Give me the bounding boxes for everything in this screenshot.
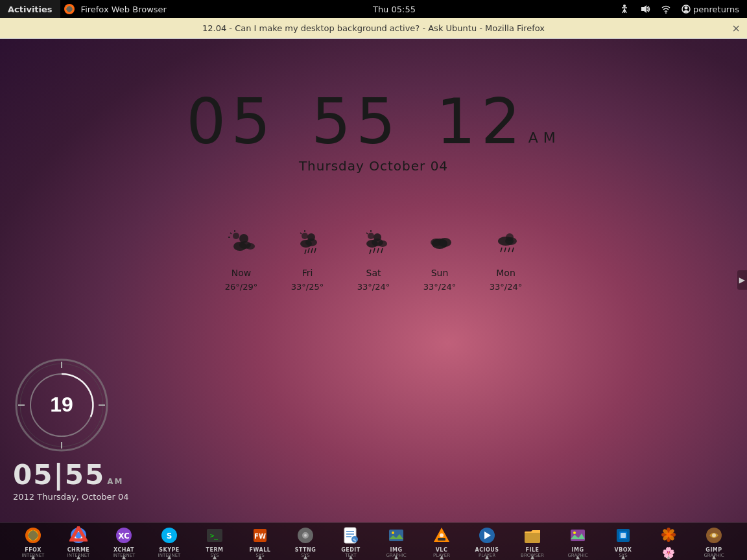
svg-rect-76 — [389, 530, 403, 541]
dock-img-arrow: ▲ — [394, 554, 398, 560]
svg-line-29 — [370, 250, 371, 254]
dock-fwall-arrow: ▲ — [258, 554, 262, 560]
svg-point-41 — [506, 233, 514, 241]
svg-rect-86 — [621, 533, 626, 538]
svg-rect-82 — [571, 530, 585, 541]
accessibility-icon[interactable] — [617, 1, 632, 17]
dock-flower[interactable]: 🌸 ▲ — [646, 524, 691, 560]
dock-ffox[interactable]: FFOX INTERNET ▲ — [10, 524, 56, 560]
user-menu[interactable]: penreturns — [679, 5, 742, 14]
dock-vbox[interactable]: VBOX SYS ▲ — [600, 524, 646, 560]
top-panel: Activities Firefox Web Browser Thu 05:55 — [0, 0, 747, 18]
dock-ffox-label: FFOX — [25, 547, 42, 554]
dock-gimp[interactable]: GIMP GRAPHIC ▲ — [691, 524, 737, 560]
weather-temp-mon: 33°/24° — [490, 282, 522, 292]
skype-icon: S — [159, 525, 180, 546]
svg-text:>_: >_ — [210, 532, 219, 540]
svg-point-17 — [305, 239, 317, 246]
svg-point-38 — [431, 239, 441, 246]
weather-temp-now: 26°/29° — [225, 282, 257, 292]
gimp-icon — [704, 525, 724, 546]
dock-files-arrow: ▲ — [530, 554, 534, 560]
dock-term[interactable]: >_ TERM SYS ▲ — [192, 524, 237, 560]
svg-point-11 — [233, 233, 239, 239]
clock-time-display: 05 55 12 AM — [186, 91, 561, 153]
panel-clock[interactable]: Thu 05:55 — [172, 0, 617, 18]
ffox-icon — [23, 525, 43, 546]
gedit-icon: ✎ — [340, 525, 361, 546]
conky-digital-display: 05|55 AM 2012 Thursday, October 04 — [13, 459, 129, 502]
volume-icon[interactable] — [637, 1, 653, 17]
dock-vlc-label: VLC — [436, 547, 448, 554]
dock-gedit[interactable]: ✎ GEDIT TEXT ▲ — [328, 524, 374, 560]
weather-icon-now — [226, 227, 257, 264]
dock-img[interactable]: IMG GRAPHIC ▲ — [374, 524, 419, 560]
weather-temp-sat: 33°/24° — [357, 282, 390, 292]
term-icon: >_ — [204, 525, 225, 546]
bottom-dock: FFOX INTERNET ▲ CHRME INTERNET ▲ XC XCHA… — [0, 522, 747, 560]
svg-text:FW: FW — [254, 533, 266, 540]
dock-sttng[interactable]: STTNG SYS ▲ — [283, 524, 328, 560]
dock-acious[interactable]: ACIOUS PLAYER ▲ — [464, 524, 510, 560]
svg-point-83 — [573, 531, 576, 534]
dock-skype-arrow: ▲ — [167, 554, 171, 560]
weather-day-sat: Sat — [366, 268, 381, 278]
dock-xchat[interactable]: XC XCHAT INTERNET ▲ — [101, 524, 147, 560]
clock-minutes: 55 — [311, 91, 401, 153]
svg-line-42 — [501, 248, 502, 252]
dock-img2[interactable]: IMG GRAPHIC ▲ — [555, 524, 600, 560]
username-label: penreturns — [693, 5, 739, 14]
conky-time: 05|55 AM — [13, 459, 129, 491]
clock-sep1 — [281, 91, 306, 153]
dock-xchat-label: XCHAT — [113, 547, 134, 554]
dock-img2-label: IMG — [571, 547, 584, 554]
svg-line-30 — [374, 248, 375, 253]
wifi-icon[interactable] — [658, 1, 674, 17]
conky-widget: 19 05|55 AM 2012 Thursday, October 04 — [13, 356, 129, 502]
img-icon — [386, 525, 407, 546]
weather-icon-fri — [292, 227, 323, 264]
weather-temp-fri: 33°/25° — [291, 282, 324, 292]
dock-sttng-label: STTNG — [295, 547, 316, 554]
vlc-icon — [431, 525, 452, 546]
clock-widget: 05 55 12 AM Thursday October 04 — [186, 91, 561, 174]
files-icon — [522, 525, 543, 546]
app-name-label: Firefox Web Browser — [76, 0, 172, 18]
weather-icon-sat — [358, 227, 389, 264]
svg-text:✎: ✎ — [353, 537, 357, 542]
dock-chrme-label: CHRME — [67, 547, 90, 554]
svg-text:XC: XC — [118, 531, 130, 541]
acious-icon — [477, 525, 497, 546]
svg-point-10 — [246, 243, 255, 250]
dock-acious-arrow: ▲ — [485, 554, 489, 560]
activities-button[interactable]: Activities — [0, 0, 60, 18]
conky-date-label: 2012 Thursday, October 04 — [13, 492, 129, 502]
dock-flower-arrow: ▲ — [667, 554, 670, 560]
svg-point-69 — [304, 534, 307, 537]
weather-icon-mon — [490, 227, 521, 264]
dock-vlc[interactable]: VLC PLAYER ▲ — [419, 524, 464, 560]
dock-ffox-arrow: ▲ — [31, 554, 35, 560]
dock-skype[interactable]: S SKYPE INTERNET ▲ — [147, 524, 192, 560]
flower-icon — [658, 524, 679, 545]
vbox-icon — [613, 525, 634, 546]
weather-day-now: Now — [231, 268, 252, 278]
dock-gimp-label: GIMP — [706, 547, 722, 554]
dock-term-label: TERM — [206, 547, 223, 554]
weather-widget: Now 26°/29° Fri 33°/25° — [219, 227, 528, 292]
svg-line-35 — [366, 233, 368, 234]
dock-chrme[interactable]: CHRME INTERNET ▲ — [56, 524, 101, 560]
dock-gimp-arrow: ▲ — [712, 554, 716, 560]
dock-xchat-arrow: ▲ — [122, 554, 126, 560]
firefox-bar-close-button[interactable]: × — [732, 22, 741, 34]
right-edge-arrow[interactable]: ▶ — [737, 270, 747, 290]
dock-files[interactable]: FILE BROWSER ▲ — [510, 524, 555, 560]
firefox-notification-bar: 12.04 - Can I make my desktop background… — [0, 18, 747, 39]
svg-point-79 — [440, 533, 444, 537]
dock-fwall[interactable]: FW FWALL SYS ▲ — [237, 524, 283, 560]
svg-point-28 — [378, 240, 387, 247]
dock-fwall-label: FWALL — [250, 547, 271, 554]
svg-line-20 — [311, 248, 313, 253]
weather-mon: Mon 33°/24° — [483, 227, 528, 292]
clock-sep2 — [406, 91, 431, 153]
